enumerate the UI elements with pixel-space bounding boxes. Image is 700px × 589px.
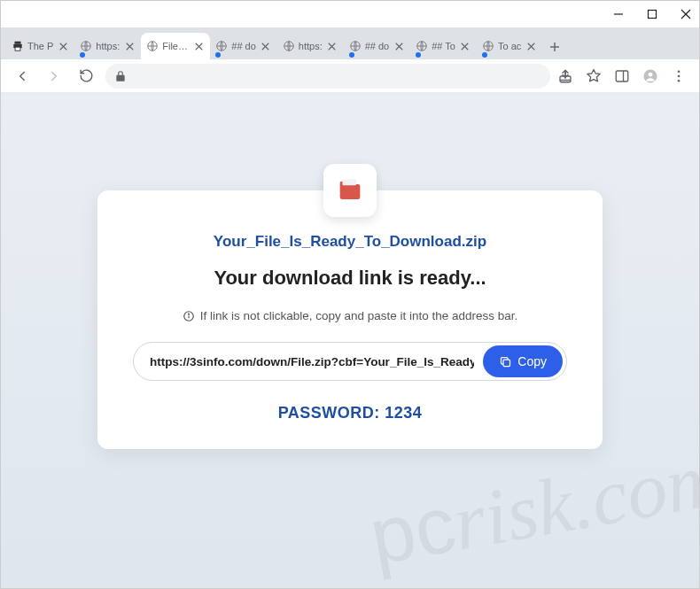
tab-close-icon[interactable] [459,40,471,52]
tab-favicon-icon [416,40,428,52]
share-icon[interactable] [557,68,573,84]
lock-icon [114,70,127,82]
browser-tab[interactable]: The P [6,33,74,59]
close-window-button[interactable] [680,8,692,20]
tab-title: https: [299,41,323,51]
tab-favicon-icon [12,40,24,52]
tab-indicator-icon [416,52,421,58]
svg-point-39 [678,79,681,81]
password-text: PASSWORD: 1234 [133,404,567,422]
tab-indicator-icon [215,52,221,58]
browser-tab[interactable]: To ac [477,33,542,59]
sidepanel-icon[interactable] [614,68,630,84]
omnibox[interactable] [105,64,550,89]
tab-favicon-icon [482,40,494,52]
forward-button[interactable] [42,64,66,89]
tab-title: File-Sl [162,41,189,51]
tab-title: https: [96,41,120,51]
svg-rect-6 [15,47,20,50]
download-card: Your_File_Is_Ready_To_Download.zip Your … [97,190,603,449]
download-url[interactable]: https://3sinfo.com/down/File.zip?cbf=You… [150,355,474,368]
new-tab-button[interactable] [542,35,567,59]
svg-point-45 [188,314,189,314]
tab-title: ## do [231,41,256,51]
url-row: https://3sinfo.com/down/File.zip?cbf=You… [133,342,567,381]
svg-point-38 [678,74,681,77]
tabstrip: The Phttps:File-Sl## dohttps:## do## ToT… [1,27,699,59]
tab-indicator-icon [349,52,354,58]
svg-rect-4 [15,42,21,44]
browser-tab[interactable]: https: [74,33,141,59]
addressbar-actions [557,68,690,84]
tab-close-icon[interactable] [525,40,537,52]
browser-window: The Phttps:File-Sl## dohttps:## do## ToT… [0,0,700,589]
tab-favicon-icon [215,40,228,52]
svg-rect-46 [503,360,510,367]
browser-tab[interactable]: ## do [344,33,411,59]
address-bar [1,59,699,93]
bookmark-star-icon[interactable] [586,68,602,84]
tab-close-icon[interactable] [260,40,272,52]
profile-icon[interactable] [642,68,658,84]
tab-close-icon[interactable] [57,40,69,52]
back-button[interactable] [10,64,35,89]
info-icon [183,310,195,322]
browser-tab[interactable]: https: [277,33,344,59]
maximize-button[interactable] [646,8,658,20]
tab-favicon-icon [283,40,295,52]
copy-button-label: Copy [517,354,547,368]
titlebar [1,1,699,27]
tab-title: ## do [365,41,390,51]
svg-point-37 [678,70,681,73]
headline-text: Your download link is ready... [133,267,567,290]
tab-close-icon[interactable] [393,40,405,52]
minimize-button[interactable] [612,8,625,20]
tab-favicon-icon [146,40,159,52]
browser-tab[interactable]: ## To [410,33,477,59]
tab-title: The P [27,41,53,51]
hint-row: If link is not clickable, copy and paste… [133,309,567,322]
svg-rect-33 [616,71,628,81]
svg-rect-1 [649,11,657,19]
file-icon [323,164,377,217]
tab-favicon-icon [349,40,362,52]
browser-tab[interactable]: ## do [210,33,277,59]
reload-button[interactable] [74,64,98,89]
svg-rect-42 [343,179,357,185]
tab-favicon-icon [80,40,92,52]
hint-text: If link is not clickable, copy and paste… [200,309,518,322]
watermark: pcrisk.com [364,431,700,583]
filename-text: Your_File_Is_Ready_To_Download.zip [133,233,567,251]
tab-close-icon[interactable] [123,40,136,52]
tab-indicator-icon [80,52,85,58]
browser-tab[interactable]: File-Sl [141,33,210,59]
copy-icon [499,355,512,368]
tab-indicator-icon [482,52,487,58]
tab-close-icon[interactable] [326,40,338,52]
menu-dots-icon[interactable] [671,68,687,84]
svg-point-36 [649,72,653,76]
tab-close-icon[interactable] [192,40,205,52]
copy-button[interactable]: Copy [483,345,563,377]
page-content: Your_File_Is_Ready_To_Download.zip Your … [1,93,699,588]
tab-title: To ac [498,41,521,51]
tab-title: ## To [432,41,455,51]
